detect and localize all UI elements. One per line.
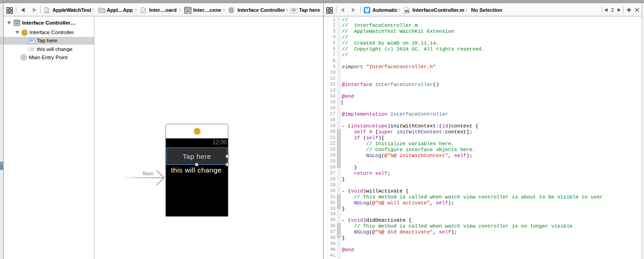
svg-text:m: m <box>405 8 409 14</box>
